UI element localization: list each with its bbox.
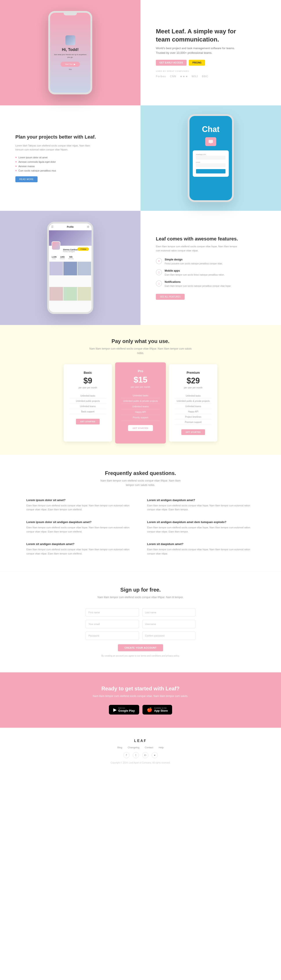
feature-mobile-apps-text: Mobile apps Eiam lilam tempor cum sociis…	[165, 269, 225, 277]
app-store-text: Available on the App Store	[154, 707, 168, 712]
pricing-button[interactable]: PRICING	[189, 60, 205, 66]
cta-buttons: ▶ Get it on Google Play 🍎 Available on t…	[17, 705, 264, 714]
plan-period-pro: per user per month	[121, 386, 160, 388]
plan-feature: Unlimited teams	[175, 404, 212, 409]
signup-password-row	[86, 632, 195, 640]
chat-login-form: email/app.com ••••••••	[193, 150, 229, 177]
feature-item-simple-design: ✦ Simple design Finisci posuere cum soci…	[156, 258, 239, 265]
footer-nav-blog[interactable]: Blog	[117, 746, 122, 749]
features-title: Leaf comes with awesome features.	[156, 236, 239, 242]
profile-header: ☰ Profile ⚙	[49, 224, 92, 230]
settings-icon: ⚙	[87, 225, 89, 228]
plan-content-area: Plan your projects better with Leaf. Lor…	[0, 105, 141, 211]
plan-features-list: Lorem ipsum dolor sit amet Aenean commod…	[15, 156, 99, 172]
chat-icon	[205, 137, 216, 146]
phone-screen: Hi, Todd! See what your friends are up t…	[50, 13, 90, 93]
google-play-button[interactable]: ▶ Get it on Google Play	[109, 705, 139, 714]
faq-answer-6: Eiam lilam tempor cum eleifend sociis co…	[147, 547, 255, 555]
plan-description: Lorem blah Takiyas cum eleifend sociis c…	[15, 143, 99, 152]
plan-period-premium: per user per month	[175, 387, 212, 389]
footer-social: f t in ●	[26, 752, 255, 758]
pricing-subtitle: Nam lilam tempor cum eleifend sociis con…	[86, 347, 195, 355]
faq-item-4: Lorem sit andigen daepidum amet dem tumq…	[147, 520, 255, 534]
plan-feature: Unlimited tasks	[69, 393, 106, 399]
hero-phone: Hi, Todd! See what your friends are up t…	[48, 11, 92, 94]
read-more-button[interactable]: READ MORE	[15, 176, 38, 182]
footer-nav-contact[interactable]: Contact	[145, 746, 153, 749]
confirm-password-input[interactable]	[142, 632, 195, 640]
features-content-area: Leaf comes with awesome features. Eiam l…	[141, 211, 281, 325]
hero-subtitle: World's best project and task management…	[156, 46, 239, 55]
app-store-button[interactable]: 🍎 Available on the App Store	[143, 705, 172, 714]
chat-password-input	[196, 163, 226, 167]
hero-content: Meet Leaf. A simple way for team communi…	[156, 27, 239, 78]
hero-content-area: Meet Leaf. A simple way for team communi…	[141, 0, 281, 105]
feature-dot	[15, 170, 17, 171]
pricing-card-pro: Pro $15 per user per month Unlimited tas…	[115, 362, 166, 444]
phone-start-btn[interactable]: Start Tour ▶	[60, 62, 80, 67]
faq-question-6: Lorem sit daepidum amet?	[147, 542, 255, 546]
plan-price-premium: $29	[175, 376, 212, 385]
premium-get-started-button[interactable]: GET STARTED	[181, 429, 205, 435]
notifications-icon: ◻	[156, 280, 162, 286]
first-name-input[interactable]	[86, 608, 139, 617]
twitter-icon[interactable]: t	[133, 752, 139, 758]
logo-wsj: WSJ	[191, 75, 198, 78]
see-all-features-button[interactable]: SEE ALL FEATURES	[156, 294, 185, 300]
instagram-icon[interactable]: ●	[152, 752, 158, 758]
chat-phone: Chat email/app.com ••••••••	[188, 114, 234, 202]
plan-feature: Project timelines	[175, 414, 212, 420]
faq-title: Frequently asked questions.	[26, 470, 255, 476]
phone-subtext: See what your friends are up to anywhere…	[53, 53, 87, 58]
follow-button[interactable]: + Follow	[78, 247, 89, 251]
feature-dot	[15, 157, 17, 158]
footer-nav: Blog Changelog Contact Help	[26, 746, 255, 749]
grid-item	[49, 287, 63, 301]
early-access-button[interactable]: GET EARLY ACCESS	[156, 60, 187, 66]
plan-content: Plan your projects better with Leaf. Lor…	[15, 134, 99, 182]
phone-skip-link[interactable]: Skip	[69, 68, 72, 70]
plan-feature: Basic support	[69, 409, 106, 414]
phone-avatar	[65, 35, 75, 45]
chat-title: Chat	[202, 125, 219, 134]
plan-price-basic: $9	[69, 376, 106, 385]
email-input[interactable]	[86, 620, 139, 628]
footer-logo: LEAF	[26, 739, 255, 743]
profile-stats: 1,345 posts 145k followers 56k following	[49, 254, 92, 261]
footer-copyright: Copyright © 2024. Leaf Apart of Company.…	[26, 762, 255, 764]
footer-nav-changelog[interactable]: Changelog	[128, 746, 140, 749]
plan-price-pro: $15	[121, 375, 160, 385]
plan-feature: Premium support	[175, 420, 212, 425]
signup-terms: By creating an account you agree to our …	[86, 655, 195, 657]
username-input[interactable]	[142, 620, 195, 628]
pricing-cards: Basic $9 per user per month Unlimited ta…	[17, 364, 264, 442]
plan-feature: Unlimited public & private projects	[121, 398, 160, 404]
plan-feature: Happy API	[121, 409, 160, 415]
profile-header-title: Profile	[67, 226, 73, 228]
feature-item-notifications: ◻ Notifications Eiam lilam tempor cum so…	[156, 280, 239, 288]
phone-notch	[64, 13, 77, 15]
cta-section: Ready to get started with Leaf? Nam lila…	[0, 672, 281, 728]
last-name-input[interactable]	[142, 608, 195, 617]
faq-answer-4: Eiam lilam tempor cum eleifend sociis co…	[147, 525, 255, 534]
plan-section: Plan your projects better with Leaf. Lor…	[0, 105, 281, 211]
password-input[interactable]	[86, 632, 139, 640]
arrow-icon: ▶	[74, 63, 76, 65]
pro-get-started-button[interactable]: GET STARTED	[128, 425, 153, 431]
profile-role: Product Designer	[63, 251, 78, 252]
faq-question-1: Lorem ipsum dolor sit amet?	[26, 498, 134, 502]
facebook-icon[interactable]: f	[123, 752, 130, 758]
profile-phone: ☰ Profile ⚙ Sienna Cardoso Product Desig…	[47, 222, 93, 314]
features-content: Leaf comes with awesome features. Eiam l…	[156, 236, 239, 300]
plan-feature: Unlimited tasks	[121, 393, 160, 398]
app-store-label: App Store	[154, 709, 168, 712]
profile-name: Sienna Cardoso	[63, 248, 78, 251]
footer-nav-help[interactable]: Help	[159, 746, 164, 749]
linkedin-icon[interactable]: in	[142, 752, 148, 758]
feature-notifications-text: Notifications Eiam lilam tempor cum soci…	[165, 280, 231, 288]
create-account-button[interactable]: CREATE YOUR ACCOUNT	[118, 644, 163, 651]
basic-get-started-button[interactable]: GET STARTED	[76, 419, 100, 425]
profile-info: Sienna Cardoso Product Designer + Follow	[49, 246, 92, 254]
simple-design-icon: ✦	[156, 258, 162, 264]
plan-feature-3: Aenean massa	[15, 165, 99, 167]
